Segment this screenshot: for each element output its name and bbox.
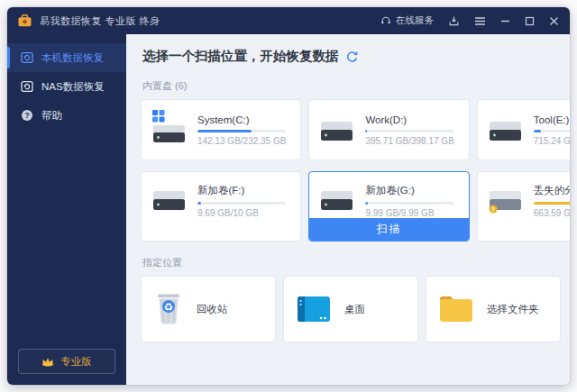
capacity-bar — [534, 130, 570, 132]
recycle-bin-icon: ♻ — [154, 292, 183, 326]
headset-icon — [380, 15, 391, 26]
sidebar-item-help[interactable]: ? 帮助 — [7, 101, 126, 130]
location-label: 回收站 — [197, 303, 228, 316]
folder-icon — [439, 296, 473, 323]
nas-recovery-icon — [21, 80, 33, 93]
main-panel: 选择一个扫描位置，开始恢复数据 内置盘 (6) — [126, 34, 570, 385]
sidebar-item-nas-recovery[interactable]: NAS数据恢复 — [7, 72, 126, 101]
crown-icon — [41, 357, 54, 367]
title-bar: 易我数据恢复 专业版 终身 在线服务 — [7, 7, 570, 34]
internal-disks-grid: System(C:) 142.13 GB/232.35 GB — [141, 99, 561, 242]
svg-text:?: ? — [24, 111, 29, 120]
desktop-icon — [297, 295, 331, 324]
pc-recovery-icon — [21, 51, 33, 64]
internal-disks-section-label: 内置盘 (6) — [142, 79, 561, 93]
location-card-recycle-bin[interactable]: ♻ 回收站 — [141, 276, 276, 342]
sidebar-item-label: 帮助 — [41, 109, 62, 123]
download-icon — [448, 15, 460, 27]
close-icon — [549, 16, 559, 26]
updates-button[interactable] — [448, 15, 460, 27]
drive-name: 新加卷(F:) — [197, 184, 286, 197]
drive-name: System(C:) — [197, 114, 286, 125]
drive-card-system-c[interactable]: System(C:) 142.13 GB/232.35 GB — [141, 99, 301, 160]
drive-name: 新加卷(G:) — [365, 184, 453, 197]
drive-capacity: 663.59 GB — [534, 208, 570, 218]
online-service-label: 在线服务 — [396, 14, 434, 27]
sidebar-item-local-recovery[interactable]: 本机数据恢复 — [7, 43, 126, 72]
app-logo-icon — [18, 14, 32, 27]
close-button[interactable] — [549, 16, 559, 26]
menu-button[interactable] — [474, 16, 486, 26]
sidebar-item-label: 本机数据恢复 — [41, 51, 104, 65]
location-label: 选择文件夹 — [487, 303, 539, 316]
drive-capacity: 142.13 GB/232.35 GB — [197, 136, 286, 146]
maximize-icon — [525, 16, 535, 26]
capacity-bar — [534, 202, 570, 205]
drive-card-lost-partition[interactable]: ? 丢失的分区 -1 ? 663.59 GB — [477, 171, 570, 242]
specified-locations-grid: ♻ 回收站 桌面 — [141, 276, 561, 342]
page-title: 选择一个扫描位置，开始恢复数据 — [142, 48, 339, 65]
location-card-desktop[interactable]: 桌面 — [283, 276, 418, 342]
online-service-button[interactable]: 在线服务 — [380, 14, 434, 27]
lost-partition-drive-icon: ? — [489, 184, 523, 223]
hard-drive-icon — [152, 184, 187, 223]
hard-drive-icon — [489, 110, 523, 150]
scan-button[interactable]: 扫描 — [309, 218, 468, 241]
maximize-button[interactable] — [525, 16, 535, 26]
windows-logo-icon — [152, 110, 165, 123]
drive-capacity: 9.69 GB/10 GB — [197, 208, 286, 218]
minimize-icon — [500, 16, 510, 26]
drive-name: Work(D:) — [365, 114, 453, 125]
location-card-select-folder[interactable]: 选择文件夹 — [426, 276, 561, 342]
svg-text:♻: ♻ — [164, 301, 174, 314]
location-label: 桌面 — [344, 303, 365, 316]
capacity-bar — [197, 130, 286, 132]
refresh-icon[interactable] — [346, 50, 358, 62]
drive-card-volume-f[interactable]: 新加卷(F:) 9.69 GB/10 GB — [141, 171, 301, 242]
capacity-bar — [365, 130, 453, 132]
help-icon: ? — [21, 109, 33, 122]
specified-location-section-label: 指定位置 — [142, 256, 561, 269]
drive-capacity: 395.71 GB/398.17 GB — [365, 136, 453, 146]
app-window: 易我数据恢复 专业版 终身 在线服务 — [7, 7, 570, 385]
capacity-bar — [365, 202, 453, 205]
minimize-button[interactable] — [500, 16, 510, 26]
drive-capacity: 9.99 GB/9.99 GB — [365, 208, 453, 218]
drive-capacity: 715.24 GB/781.25 GB — [534, 136, 570, 146]
drive-card-volume-g-selected[interactable]: 新加卷(G:) 9.99 GB/9.99 GB 扫描 — [308, 171, 469, 242]
sidebar: 本机数据恢复 NAS数据恢复 ? 帮助 — [7, 34, 126, 385]
drive-card-work-d[interactable]: Work(D:) 395.71 GB/398.17 GB — [308, 99, 469, 160]
hamburger-menu-icon — [474, 16, 486, 26]
drive-name: 丢失的分区 -1 — [534, 184, 570, 197]
hard-drive-icon — [320, 110, 354, 150]
system-drive-icon — [152, 110, 187, 150]
license-label: 专业版 — [60, 355, 92, 369]
drive-card-tool-e[interactable]: Tool(E:) 715.24 GB/781.25 GB — [477, 99, 570, 160]
window-title: 易我数据恢复 专业版 终身 — [40, 14, 160, 28]
license-button[interactable]: 专业版 — [18, 349, 115, 374]
drive-name: Tool(E:) — [534, 114, 570, 125]
sidebar-item-label: NAS数据恢复 — [41, 80, 105, 94]
svg-text:?: ? — [491, 206, 495, 213]
capacity-bar — [197, 202, 286, 205]
